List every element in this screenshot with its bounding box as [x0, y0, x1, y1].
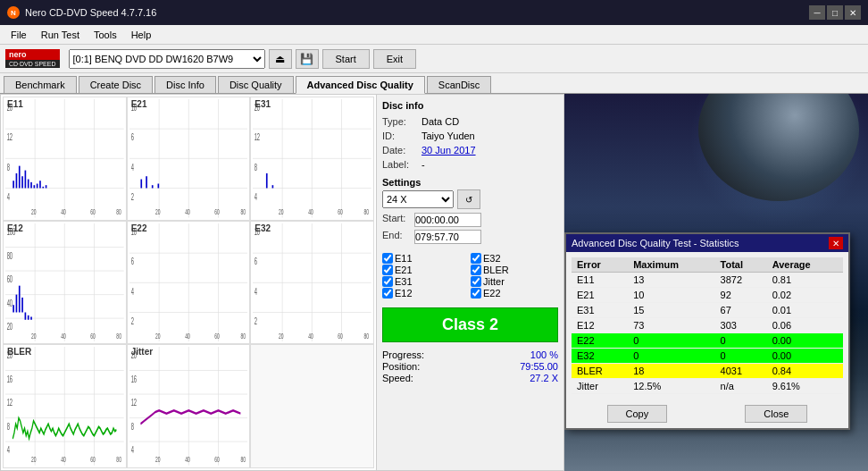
svg-text:60: 60 — [214, 331, 220, 341]
disc-date-value[interactable]: 30 Jun 2017 — [421, 145, 476, 156]
save-button[interactable]: 💾 — [296, 49, 319, 69]
svg-text:40: 40 — [185, 455, 190, 465]
checkbox-bler[interactable] — [471, 265, 481, 275]
maximize-button[interactable]: □ — [827, 5, 843, 20]
cb-bler-label: BLER — [483, 265, 509, 275]
svg-text:4: 4 — [130, 161, 133, 172]
tab-benchmark[interactable]: Benchmark — [4, 76, 77, 93]
tab-advanced-disc-quality[interactable]: Advanced Disc Quality — [296, 76, 425, 94]
content-area: E11 20 12 8 4 20 40 — [0, 94, 868, 471]
stats-title-text: Advanced Disc Quality Test - Statistics — [572, 238, 739, 248]
svg-text:20: 20 — [279, 206, 284, 216]
chart-e31: E31 20 12 8 4 20 40 60 80 — [250, 97, 374, 221]
svg-rect-26 — [46, 185, 47, 188]
svg-rect-15 — [13, 181, 14, 188]
svg-text:60: 60 — [338, 206, 344, 216]
app-icon: N — [7, 6, 20, 19]
chart-e12: E12 100 80 60 40 20 20 40 — [3, 221, 127, 345]
title-bar: N Nero CD-DVD Speed 4.7.7.16 ─ □ ✕ — [0, 0, 868, 25]
cb-e11: E11 — [382, 253, 470, 264]
svg-text:4: 4 — [130, 445, 133, 457]
svg-text:2: 2 — [255, 315, 257, 326]
svg-text:12: 12 — [7, 131, 13, 143]
cb-e21-label: E21 — [395, 265, 413, 275]
svg-rect-86 — [30, 316, 32, 319]
checkboxes-grid: E11 E32 E21 BLER E31 — [382, 253, 558, 299]
cb-e22: E22 — [471, 288, 558, 299]
checkbox-jitter[interactable] — [471, 276, 481, 287]
window-close-button[interactable]: ✕ — [845, 5, 861, 20]
checkbox-e32[interactable] — [471, 253, 481, 264]
start-button[interactable]: Start — [322, 49, 370, 69]
class-box: Class 2 — [382, 307, 558, 342]
svg-rect-81 — [16, 294, 18, 312]
menu-tools[interactable]: Tools — [87, 28, 124, 42]
progress-value: 100 % — [530, 349, 558, 360]
minimize-button[interactable]: ─ — [809, 5, 825, 20]
copy-button[interactable]: Copy — [607, 405, 668, 423]
svg-rect-17 — [19, 166, 21, 189]
start-time-row: Start: — [382, 213, 558, 227]
cb-e31: E31 — [382, 276, 470, 287]
disc-date-row: Date: 30 Jun 2017 — [382, 145, 558, 156]
chart-jitter: Jitter 20 16 12 8 4 20 40 — [127, 344, 251, 468]
speed-refresh-button[interactable]: ↺ — [457, 189, 480, 209]
table-row: E32000.00 — [572, 349, 843, 364]
start-time-input[interactable] — [414, 213, 481, 227]
cb-e12-label: E12 — [395, 288, 413, 299]
exit-button[interactable]: Exit — [373, 49, 416, 69]
svg-text:12: 12 — [130, 398, 136, 409]
disc-id-row: ID: Taiyo Yuden — [382, 130, 558, 141]
cb-e31-label: E31 — [395, 276, 413, 287]
tab-disc-info[interactable]: Disc Info — [154, 76, 216, 93]
svg-text:20: 20 — [7, 321, 13, 332]
svg-text:80: 80 — [364, 206, 370, 216]
speed-select[interactable]: 24 X 48 X Max — [382, 190, 454, 208]
drive-select[interactable]: [0:1] BENQ DVD DD DW1620 B7W9 — [69, 49, 265, 69]
eject-button[interactable]: ⏏ — [269, 49, 292, 69]
svg-text:60: 60 — [214, 206, 220, 216]
menu-help[interactable]: Help — [124, 28, 159, 42]
checkbox-e31[interactable] — [382, 276, 393, 287]
svg-text:60: 60 — [90, 455, 96, 465]
checkbox-e22[interactable] — [471, 288, 481, 299]
chart-e11: E11 20 12 8 4 20 40 — [3, 97, 127, 221]
main-window: N Nero CD-DVD Speed 4.7.7.16 ─ □ ✕ File … — [0, 0, 868, 471]
checkbox-e21[interactable] — [382, 265, 393, 275]
cb-jitter-label: Jitter — [483, 276, 505, 287]
info-panel: Disc info Type: Data CD ID: Taiyo Yuden … — [377, 94, 564, 471]
svg-rect-42 — [140, 180, 142, 189]
svg-rect-22 — [34, 185, 36, 188]
cb-e32-label: E32 — [483, 253, 501, 264]
end-time-input[interactable] — [414, 230, 481, 244]
disc-date-label: Date: — [382, 145, 418, 156]
table-row: BLER1840310.84 — [572, 364, 843, 379]
checkbox-e12[interactable] — [382, 288, 393, 299]
end-label: End: — [382, 230, 414, 244]
svg-text:16: 16 — [130, 374, 136, 385]
tab-create-disc[interactable]: Create Disc — [79, 76, 153, 93]
end-time-row: End: — [382, 230, 558, 244]
menu-run-test[interactable]: Run Test — [34, 28, 87, 42]
bg-area: Advanced Disc Quality Test - Statistics … — [564, 94, 868, 471]
svg-rect-16 — [16, 173, 18, 189]
speed-row-progress: Speed: 27.2 X — [382, 373, 558, 383]
stats-dialog-buttons: Copy Close — [566, 400, 848, 428]
chart-e12-label: E12 — [7, 223, 23, 233]
chart-empty — [250, 344, 374, 468]
svg-text:8: 8 — [7, 161, 10, 172]
checkbox-e11[interactable] — [382, 253, 393, 264]
tab-disc-quality[interactable]: Disc Quality — [218, 76, 294, 93]
chart-e31-label: E31 — [255, 99, 271, 109]
disc-label-row: Label: - — [382, 159, 558, 170]
svg-text:20: 20 — [31, 455, 37, 465]
close-button[interactable]: Close — [745, 405, 807, 423]
tab-scandisc[interactable]: ScanDisc — [427, 76, 491, 93]
stats-close-x-button[interactable]: ✕ — [829, 237, 843, 249]
title-bar-left: N Nero CD-DVD Speed 4.7.7.16 — [7, 6, 156, 19]
cb-e22-label: E22 — [483, 288, 501, 299]
svg-text:60: 60 — [7, 273, 13, 285]
svg-rect-85 — [28, 315, 29, 319]
svg-text:4: 4 — [130, 285, 133, 297]
menu-file[interactable]: File — [4, 28, 34, 42]
